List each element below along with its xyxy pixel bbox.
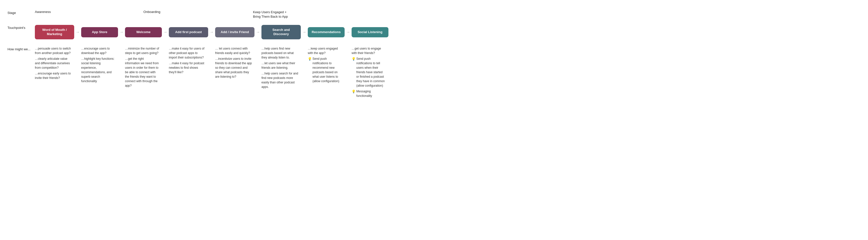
hmw-s-3: …help users search for and find new podc…	[261, 71, 298, 89]
hmw-w-1: …minimize the number of steps to get use…	[125, 46, 159, 55]
hmw-recommendations: …keep users engaged with the app? 💡 Send…	[308, 46, 345, 85]
engaged-label: Keep Users Engaged + Bring Them Back to …	[253, 10, 288, 20]
hmw-r-idea-1: 💡 Send push notifications to recommend n…	[308, 57, 342, 83]
hmw-add-podcast: …make it easy for users of other podcast…	[169, 46, 208, 76]
hmw-r-1: …keep users engaged with the app?	[308, 46, 342, 55]
tp-col-appstore: App Store	[81, 27, 118, 37]
arrow-icon-1: →	[74, 30, 81, 34]
hmw-ap-2: …make it easy for podcast newbies to fin…	[169, 61, 206, 74]
arrow-6: →	[301, 30, 308, 34]
bulb-icon-sl1: 💡	[351, 57, 355, 61]
onboarding-label: Onboarding	[144, 10, 160, 15]
awareness-label: Awareness	[35, 10, 51, 15]
tp-col-search: Search and Discovery	[261, 25, 301, 39]
touchpoints-content: Word of Mouth / Marketing → App Store → …	[35, 25, 406, 39]
hmw-sl-idea-text-1: Send push notifications to tell users wh…	[356, 57, 386, 88]
hmw-as-1: …encourage users to download the app?	[81, 46, 116, 55]
hmw-social: …get users to engage with their friends?…	[351, 46, 389, 99]
bulb-icon-r1: 💡	[308, 57, 312, 61]
hmw-s-1: …help users find new podcasts based on w…	[261, 46, 298, 60]
arrow-icon-4: →	[209, 30, 215, 34]
arrow-2: →	[118, 30, 125, 34]
touchpoint-app-store[interactable]: App Store	[81, 27, 118, 37]
hmw-af-1: … let users connect with friends easily …	[215, 46, 252, 55]
stage-row-content: Awareness Onboarding Keep Users Engaged …	[35, 10, 406, 20]
hmw-wom-3: …encourage early users to invite their f…	[35, 71, 72, 80]
arrow-5: →	[254, 30, 261, 34]
hmw-wom-1: …persuade users to switch from another p…	[35, 46, 72, 55]
hmw-w-2: …get the right information we need from …	[125, 57, 159, 88]
hmw-search: …help users find new podcasts based on w…	[261, 46, 301, 90]
arrow-7: →	[345, 30, 351, 34]
touchpoint-social[interactable]: Social Listening	[351, 27, 389, 37]
hmw-welcome: …minimize the number of steps to get use…	[125, 46, 162, 89]
touchpoint-add-podcast[interactable]: Add first podcast	[169, 27, 208, 37]
bulb-icon-sl2: 💡	[351, 89, 355, 94]
arrow-icon-2: →	[118, 30, 125, 34]
stage-row: Stage Awareness Onboarding Keep Users En…	[7, 10, 406, 20]
arrow-icon-7: →	[345, 30, 351, 34]
hmw-row-label: How might we...	[7, 46, 35, 51]
hmw-s-2: …let users see what their friends are li…	[261, 61, 298, 70]
tp-col-social: Social Listening	[351, 27, 389, 37]
stage-engaged: Keep Users Engaged + Bring Them Back to …	[250, 10, 288, 20]
hmw-app-store: …encourage users to download the app? …h…	[81, 46, 118, 85]
hmw-row: How might we... …persuade users to switc…	[7, 46, 406, 99]
stage-onboarding: Onboarding	[141, 10, 160, 15]
arrow-4: →	[208, 30, 215, 34]
hmw-af-2: …incentivize users to invite friends to …	[215, 57, 252, 79]
hmw-as-2: …highlight key functions: social listeni…	[81, 57, 116, 83]
hmw-add-friend: … let users connect with friends easily …	[215, 46, 254, 80]
arrow-icon-6: →	[301, 30, 308, 34]
hmw-sl-idea-text-2: Messaging functionality	[356, 89, 386, 98]
hmw-wom-2: …clearly articulate value and differenti…	[35, 57, 72, 70]
touchpoint-search[interactable]: Search and Discovery	[261, 25, 301, 39]
hmw-word-of-mouth: …persuade users to switch from another p…	[35, 46, 74, 82]
hmw-sl-idea-2: 💡 Messaging functionality	[351, 89, 386, 98]
stage-row-label: Stage	[7, 10, 35, 15]
hmw-ap-1: …make it easy for users of other podcast…	[169, 46, 206, 60]
arrow-icon-5: →	[255, 30, 261, 34]
tp-col-welcome: Welcome	[125, 27, 162, 37]
hmw-r-idea-text-1: Send push notifications to recommend new…	[312, 57, 342, 83]
touchpoint-word-of-mouth[interactable]: Word of Mouth / Marketing	[35, 25, 74, 39]
page-container: Stage Awareness Onboarding Keep Users En…	[7, 10, 406, 99]
arrow-icon-3: →	[162, 30, 168, 34]
hmw-sl-1: …get users to engage with their friends?	[351, 46, 386, 55]
tp-col-friend: Add / invite Friend	[215, 27, 254, 37]
touchpoint-welcome[interactable]: Welcome	[125, 27, 162, 37]
hmw-sl-idea-1: 💡 Send push notifications to tell users …	[351, 57, 386, 88]
tp-col-recommendations: Recommendations	[308, 27, 345, 37]
touchpoints-row-label: Touchpoint's	[7, 25, 35, 30]
tp-col-word: Word of Mouth / Marketing	[35, 25, 74, 39]
touchpoint-recommendations[interactable]: Recommendations	[308, 27, 345, 37]
arrow-1: →	[74, 30, 81, 34]
touchpoints-row: Touchpoint's Word of Mouth / Marketing →…	[7, 25, 406, 39]
tp-col-podcast: Add first podcast	[169, 27, 208, 37]
touchpoint-add-friend[interactable]: Add / invite Friend	[215, 27, 254, 37]
hmw-content: …persuade users to switch from another p…	[35, 46, 406, 99]
stage-awareness: Awareness	[35, 10, 51, 15]
arrow-3: →	[162, 30, 169, 34]
